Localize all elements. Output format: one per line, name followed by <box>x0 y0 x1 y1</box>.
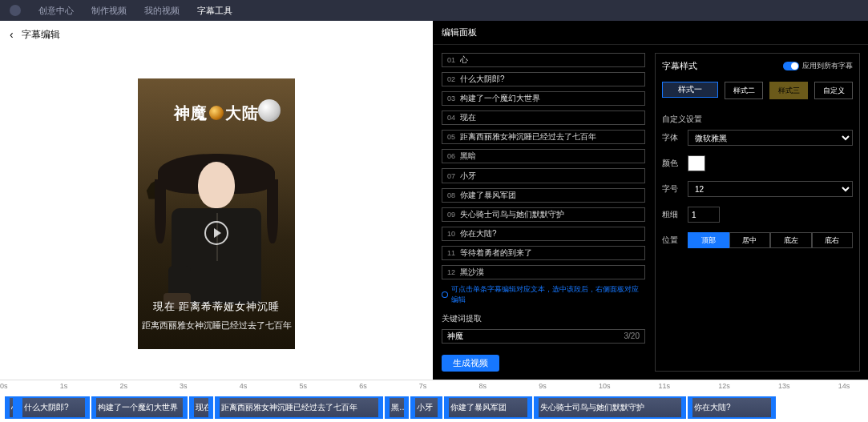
ruler-tick: 8s <box>479 382 487 390</box>
timeline-clip-7[interactable]: 你建了暴风军团 <box>444 396 532 419</box>
timeline-clip-8[interactable]: 失心骑士司鸟与她们默默守护 <box>534 396 686 419</box>
position-label: 位置 <box>662 235 683 246</box>
ruler-tick: 13s <box>778 382 790 390</box>
stroke-input[interactable] <box>688 207 720 223</box>
page-title: 字幕编辑 <box>22 28 60 42</box>
subtitle-line-9[interactable]: 10你在大陆? <box>442 227 645 241</box>
ruler-tick: 4s <box>240 382 248 390</box>
preview-pane: ‹ 字幕编辑 神魔大陆 現在 距离希蒂娅女神沉睡 距离西丽雅女神沉睡已经过去了七… <box>0 21 433 380</box>
logo <box>10 5 21 16</box>
video-title: 神魔大陆 <box>138 102 295 124</box>
timeline-clip-3[interactable]: 现在 <box>189 396 213 419</box>
preview-caption-main: 現在 距离希蒂娅女神沉睡 <box>138 299 295 314</box>
subtitle-line-8[interactable]: 09失心骑士司鸟与她们默默守护 <box>442 207 645 222</box>
timeline-clip-1[interactable]: 什么大阴郎? <box>18 396 90 419</box>
color-label: 颜色 <box>662 158 683 169</box>
pos-2[interactable]: 底左 <box>770 232 812 248</box>
style-option-1[interactable]: 样式二 <box>725 82 763 99</box>
back-icon[interactable]: ‹ <box>10 28 14 41</box>
pos-3[interactable]: 底右 <box>812 232 854 248</box>
timeline-clip-2[interactable]: 构建了一个魔幻大世界 <box>91 396 188 419</box>
subtitle-hint: 可点击单条字幕编辑对应文本，选中该段后，右侧面板对应编辑 <box>442 284 645 305</box>
video-preview: 神魔大陆 現在 距离希蒂娅女神沉睡 距离西丽雅女神沉睡已经过去了七百年 <box>138 78 295 349</box>
keyword-label: 关键词提取 <box>442 313 645 324</box>
ruler-tick: 9s <box>539 382 547 390</box>
ruler-tick: 6s <box>359 382 367 390</box>
timeline-clips: 心什么大阴郎?构建了一个魔幻大世界现在距离西丽雅女神沉睡已经过去了七百年黑…小牙… <box>0 396 868 419</box>
ruler-tick: 10s <box>599 382 611 390</box>
style-option-3[interactable]: 自定义 <box>814 82 853 99</box>
custom-section-label: 自定义设置 <box>662 114 853 125</box>
font-label: 字体 <box>662 132 683 143</box>
play-button[interactable] <box>204 221 228 245</box>
ruler-tick: 14s <box>838 382 850 390</box>
subtitle-line-0[interactable]: 01心 <box>442 53 645 67</box>
timeline-clip-6[interactable]: 小牙 <box>410 396 442 419</box>
font-select[interactable]: 微软雅黑 <box>688 130 853 146</box>
position-group: 顶部 居中 底左 底右 <box>688 232 853 248</box>
top-nav: 创意中心 制作视频 我的视频 字幕工具 <box>0 0 868 21</box>
subtitle-line-6[interactable]: 07小牙 <box>442 168 645 183</box>
orb-icon <box>209 106 224 120</box>
timeline-clip-9[interactable]: 你在大陆? <box>688 396 776 419</box>
nav-tab-2[interactable]: 我的视频 <box>144 5 180 17</box>
timeline-clip-5[interactable]: 黑… <box>385 396 409 419</box>
ruler-tick: 11s <box>659 382 671 390</box>
nav-tab-1[interactable]: 制作视频 <box>91 5 127 17</box>
subtitle-line-7[interactable]: 08你建了暴风军团 <box>442 188 645 203</box>
subtitle-line-4[interactable]: 05距离西丽雅女神沉睡已经过去了七百年 <box>442 130 645 144</box>
pos-1[interactable]: 居中 <box>729 232 771 248</box>
subtitle-line-5[interactable]: 06黑暗 <box>442 149 645 163</box>
nav-tab-0[interactable]: 创意中心 <box>38 5 74 17</box>
nav-tab-3[interactable]: 字幕工具 <box>197 5 232 17</box>
timeline-ruler: 0s1s2s3s4s5s6s7s8s9s10s11s12s13s14s <box>0 380 868 394</box>
ruler-tick: 7s <box>419 382 427 390</box>
preview-caption-sub: 距离西丽雅女神沉睡已经过去了七百年 <box>138 320 295 332</box>
style-panel-title: 字幕样式 <box>662 60 697 72</box>
ruler-tick: 2s <box>119 382 127 390</box>
generate-button[interactable]: 生成视频 <box>442 355 499 372</box>
ruler-tick: 1s <box>60 382 68 390</box>
style-option-0[interactable]: 样式一 <box>662 82 718 98</box>
subtitle-line-3[interactable]: 04现在 <box>442 111 645 125</box>
ruler-tick: 3s <box>180 382 188 390</box>
subtitle-line-2[interactable]: 03构建了一个魔幻大世界 <box>442 91 645 106</box>
style-panel: 字幕样式 应用到所有字幕 样式一 样式二 样式三 自定义 自定义设置 字体微软雅… <box>655 53 860 372</box>
keyword-input[interactable]: 神魔3/20 <box>442 329 645 344</box>
ruler-tick: 5s <box>299 382 307 390</box>
size-label: 字号 <box>662 183 683 195</box>
apply-all-toggle[interactable]: 应用到所有字幕 <box>783 61 853 71</box>
subtitle-line-10[interactable]: 11等待着勇者的到来了 <box>442 246 645 260</box>
stroke-label: 粗细 <box>662 209 683 220</box>
subtitle-list: 01心02什么大阴郎?03构建了一个魔幻大世界04现在05距离西丽雅女神沉睡已经… <box>442 53 645 372</box>
style-option-2[interactable]: 样式三 <box>769 82 808 99</box>
subtitle-line-11[interactable]: 12黑沙漠 <box>442 265 645 279</box>
subtitle-line-1[interactable]: 02什么大阴郎? <box>442 72 645 86</box>
edit-panel: 编辑面板 01心02什么大阴郎?03构建了一个魔幻大世界04现在05距离西丽雅女… <box>433 21 868 380</box>
color-picker[interactable] <box>688 155 705 171</box>
pos-0[interactable]: 顶部 <box>688 232 729 248</box>
edit-panel-title: 编辑面板 <box>434 21 868 45</box>
timeline-clip-4[interactable]: 距离西丽雅女神沉睡已经过去了七百年 <box>215 396 383 419</box>
size-select[interactable]: 12 <box>688 181 853 197</box>
ruler-tick: 12s <box>718 382 730 390</box>
timeline: 0s1s2s3s4s5s6s7s8s9s10s11s12s13s14s 心什么大… <box>0 380 868 422</box>
ruler-tick: 0s <box>0 382 8 390</box>
timeline-clip-0[interactable]: 心 <box>5 396 18 419</box>
